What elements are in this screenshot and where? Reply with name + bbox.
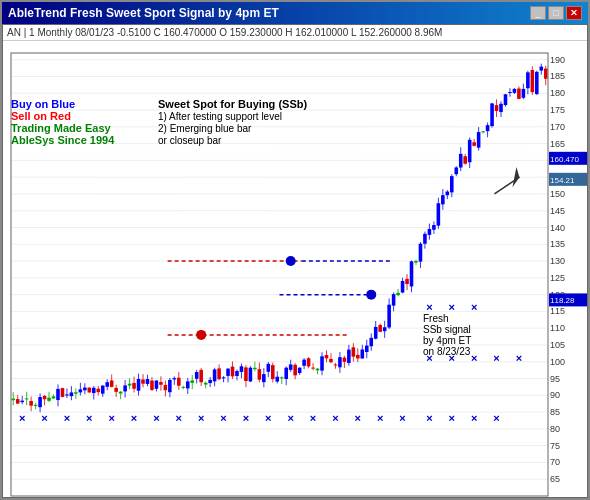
info-bar: AN | 1 Monthly 08/01/23 -0.5100 C 160.47…: [3, 25, 587, 41]
chart-area: AN | 1 Monthly 08/01/23 -0.5100 C 160.47…: [2, 24, 588, 498]
title-bar: AbleTrend Fresh Sweet Sport Signal by 4p…: [2, 2, 588, 24]
window-title: AbleTrend Fresh Sweet Sport Signal by 4p…: [8, 6, 279, 20]
close-button[interactable]: ✕: [566, 6, 582, 20]
window-controls: _ □ ✕: [530, 6, 582, 20]
main-window: AbleTrend Fresh Sweet Sport Signal by 4p…: [0, 0, 590, 500]
minimize-button[interactable]: _: [530, 6, 546, 20]
maximize-button[interactable]: □: [548, 6, 564, 20]
